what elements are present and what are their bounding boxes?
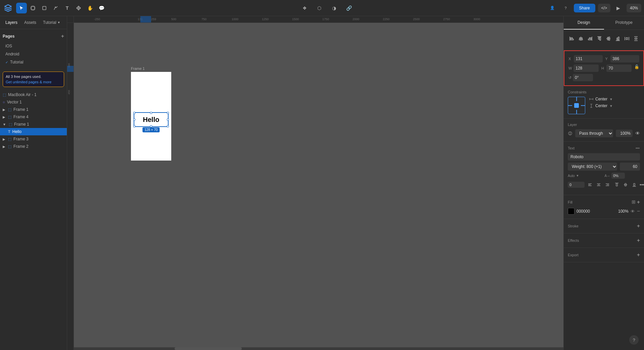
select-tool[interactable] bbox=[16, 3, 27, 13]
blend-mode-select[interactable]: Pass through bbox=[575, 129, 613, 137]
align-center-h-btn[interactable] bbox=[577, 34, 585, 43]
fill-color-value[interactable]: 000000 bbox=[577, 209, 613, 214]
effects-add-button[interactable]: + bbox=[637, 237, 640, 244]
layer-vector1[interactable]: ○ Vector 1 bbox=[0, 98, 67, 106]
layer-label: Frame 4 bbox=[13, 115, 29, 119]
handle-ml[interactable] bbox=[133, 119, 135, 121]
lock-aspect-icon[interactable]: 🔓 bbox=[634, 64, 639, 72]
page-ios[interactable]: iOS bbox=[3, 42, 64, 50]
link-btn[interactable]: 🔗 bbox=[343, 3, 354, 13]
distribute-v-btn[interactable] bbox=[632, 34, 640, 43]
page-tutorial[interactable]: Tutorial bbox=[3, 58, 64, 66]
tab-prototype[interactable]: Prototype bbox=[604, 16, 644, 30]
fill-color-swatch[interactable] bbox=[568, 208, 574, 215]
fill-visibility-icon[interactable]: 👁 bbox=[631, 209, 635, 214]
page-android[interactable]: Android bbox=[3, 50, 64, 58]
comment-tool[interactable]: 💬 bbox=[96, 3, 107, 13]
text-align-center-btn[interactable] bbox=[595, 181, 603, 189]
component-tool[interactable] bbox=[73, 3, 84, 13]
pages-add-button[interactable]: + bbox=[61, 33, 64, 39]
fill-opacity-value[interactable]: 100% bbox=[615, 209, 629, 214]
fill-remove-icon[interactable]: − bbox=[637, 208, 640, 214]
zoom-selector[interactable]: 40% bbox=[627, 4, 641, 12]
text-more-btn[interactable]: ••• bbox=[640, 181, 644, 189]
h-input[interactable] bbox=[606, 64, 632, 72]
layer-macbook[interactable]: ⬚ MacBook Air - 1 bbox=[0, 91, 67, 98]
ruler-tick: 750 bbox=[201, 17, 206, 21]
auto-dropdown[interactable]: ▼ bbox=[576, 174, 579, 177]
color-mode-btn[interactable]: ◑ bbox=[329, 3, 339, 13]
opacity-input[interactable] bbox=[616, 130, 633, 137]
fill-add-button[interactable]: + bbox=[637, 199, 640, 205]
y-input[interactable] bbox=[610, 55, 639, 62]
fill-grid-icon[interactable]: ⊞ bbox=[632, 199, 636, 205]
align-left-btn[interactable] bbox=[568, 34, 576, 43]
constraint-v-value[interactable]: Center bbox=[595, 103, 607, 108]
export-add-button[interactable]: + bbox=[637, 252, 640, 258]
font-weight-select[interactable]: Weight: 800 (+1) bbox=[568, 163, 617, 171]
align-middle-btn[interactable] bbox=[605, 34, 612, 43]
horizontal-scrollbar[interactable] bbox=[74, 347, 563, 350]
font-family-input[interactable] bbox=[568, 153, 640, 161]
text-valign-top-btn[interactable] bbox=[613, 181, 621, 189]
tab-tutorial[interactable]: Tutorial ▼ bbox=[40, 19, 63, 26]
hand-tool[interactable]: ✋ bbox=[85, 3, 95, 13]
tab-assets[interactable]: Assets bbox=[21, 19, 39, 26]
distribute-h-btn[interactable] bbox=[623, 34, 631, 43]
frame-box[interactable]: Hello 128 × 70 bbox=[131, 72, 171, 161]
layer-hello[interactable]: T Hello bbox=[0, 128, 67, 135]
layer-frame4[interactable]: ▶ ⬚ Frame 4 bbox=[0, 113, 67, 121]
text-element[interactable]: Hello 128 × 70 bbox=[134, 112, 169, 127]
align-right-btn[interactable] bbox=[586, 34, 594, 43]
handle-bl[interactable] bbox=[133, 125, 135, 127]
fill-title: Fill bbox=[568, 200, 572, 204]
layer-label: Frame 3 bbox=[13, 137, 29, 141]
handle-tm[interactable] bbox=[150, 112, 152, 114]
text-options-icon[interactable] bbox=[635, 146, 640, 150]
upgrade-link[interactable]: Get unlimited pages & more bbox=[6, 80, 61, 84]
text-valign-middle-btn[interactable] bbox=[622, 181, 630, 189]
tab-design[interactable]: Design bbox=[564, 16, 604, 30]
profile-btn[interactable]: 👤 bbox=[547, 3, 558, 13]
help-btn-toolbar[interactable]: ? bbox=[560, 3, 571, 13]
help-button[interactable]: ? bbox=[629, 335, 639, 345]
layer-frame1-nested[interactable]: ▼ ⬚ Frame 1 bbox=[0, 121, 67, 128]
canvas-area[interactable]: -250 131 259 500 750 1000 1250 1500 1750… bbox=[67, 16, 563, 350]
layer-frame2[interactable]: ▶ ⬚ Frame 2 bbox=[0, 143, 67, 150]
canvas-content[interactable]: Frame 1 Hello bbox=[74, 23, 563, 343]
constraint-h-value[interactable]: Center bbox=[595, 97, 607, 101]
layer-title: Layer bbox=[568, 123, 640, 127]
x-input[interactable] bbox=[574, 55, 603, 62]
play-btn[interactable]: ▶ bbox=[613, 3, 624, 13]
layer-frame3[interactable]: ▶ ⬚ Frame 3 bbox=[0, 135, 67, 143]
handle-br[interactable] bbox=[167, 125, 169, 127]
text-valign-bottom-btn[interactable] bbox=[630, 181, 638, 189]
layer-frame1-top[interactable]: ▶ ⬚ Frame 1 bbox=[0, 106, 67, 113]
components-btn[interactable]: ❖ bbox=[299, 3, 310, 13]
handle-tr[interactable] bbox=[167, 112, 169, 114]
font-size-input[interactable] bbox=[620, 163, 640, 171]
visibility-toggle[interactable]: 👁 bbox=[635, 131, 640, 136]
align-top-btn[interactable] bbox=[595, 34, 603, 43]
share-button[interactable]: Share bbox=[574, 4, 595, 12]
handle-tl[interactable] bbox=[133, 112, 135, 114]
stroke-add-button[interactable]: + bbox=[637, 223, 640, 229]
rotation-input[interactable] bbox=[573, 74, 593, 81]
frame-tool[interactable] bbox=[28, 3, 38, 13]
scrollbar-thumb[interactable] bbox=[175, 347, 242, 350]
letter-spacing-input[interactable] bbox=[611, 173, 625, 179]
handle-mr[interactable] bbox=[167, 119, 169, 121]
svg-rect-15 bbox=[570, 38, 572, 39]
pen-tool[interactable] bbox=[50, 3, 61, 13]
w-label: W bbox=[568, 66, 572, 70]
plugins-btn[interactable]: ⬡ bbox=[314, 3, 325, 13]
tab-layers[interactable]: Layers bbox=[3, 19, 20, 26]
line-height-input[interactable] bbox=[568, 182, 585, 188]
code-button[interactable]: </> bbox=[598, 4, 610, 12]
text-align-right-btn[interactable] bbox=[603, 181, 611, 189]
text-align-left-btn[interactable] bbox=[586, 181, 594, 189]
w-input[interactable] bbox=[573, 64, 599, 72]
align-bottom-btn[interactable] bbox=[614, 34, 622, 43]
shape-tool[interactable] bbox=[39, 3, 50, 13]
text-tool[interactable]: T bbox=[62, 3, 73, 13]
